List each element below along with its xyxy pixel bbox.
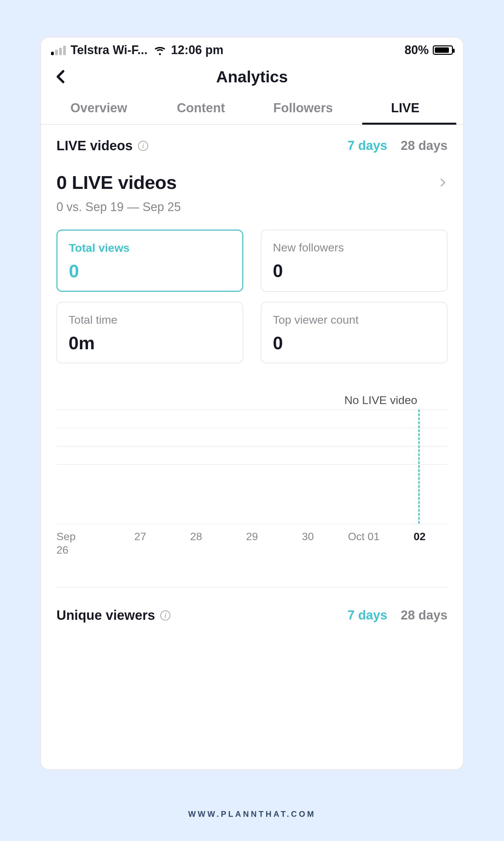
tab-followers[interactable]: Followers: [252, 93, 354, 124]
card-total-time[interactable]: Total time 0m: [56, 302, 243, 363]
live-headline-row[interactable]: 0 LIVE videos: [56, 172, 448, 193]
x-tick: Sep26: [56, 530, 112, 557]
tab-live[interactable]: LIVE: [354, 93, 456, 124]
back-button[interactable]: [53, 69, 69, 85]
info-icon[interactable]: i: [138, 141, 148, 151]
x-tick: Oct 01: [336, 530, 392, 557]
chart-wrap: No LIVE video Sep26 27 28 29 30 Oct 01 0…: [56, 394, 448, 557]
card-title: Top viewer count: [273, 313, 435, 326]
live-headline: 0 LIVE videos: [56, 172, 177, 193]
range-28days[interactable]: 28 days: [401, 608, 448, 623]
signal-bars-icon: [51, 45, 66, 55]
stat-cards: Total views 0 New followers 0 Total time…: [56, 230, 448, 363]
chart-empty-note: No LIVE video: [56, 394, 448, 407]
wifi-icon: [154, 44, 166, 56]
card-value: 0: [69, 261, 231, 281]
card-title: Total time: [69, 313, 231, 326]
page-title: Analytics: [216, 68, 288, 86]
battery-icon: [433, 46, 453, 55]
tab-overview[interactable]: Overview: [48, 93, 150, 124]
card-title: New followers: [273, 241, 435, 254]
card-title: Total views: [69, 241, 231, 254]
clock-label: 12:06 pm: [171, 43, 223, 57]
x-tick: 28: [168, 530, 224, 557]
card-value: 0: [273, 260, 435, 281]
chart-x-axis: Sep26 27 28 29 30 Oct 01 02: [56, 530, 448, 557]
chevron-right-icon: [437, 178, 448, 187]
card-new-followers[interactable]: New followers 0: [261, 230, 448, 292]
x-tick: 29: [224, 530, 280, 557]
live-section-title: LIVE videos: [56, 138, 133, 153]
chart-highlight-line: [418, 409, 420, 524]
section-divider: [56, 587, 448, 588]
card-total-views[interactable]: Total views 0: [56, 230, 243, 292]
info-icon[interactable]: i: [160, 610, 170, 621]
x-tick: 27: [112, 530, 168, 557]
live-section-header: LIVE videos i 7 days 28 days: [56, 138, 448, 153]
unique-section-title: Unique viewers: [56, 608, 155, 623]
range-7days[interactable]: 7 days: [347, 608, 387, 623]
carrier-label: Telstra Wi-F...: [71, 43, 147, 57]
content-area: LIVE videos i 7 days 28 days 0 LIVE vide…: [41, 125, 463, 623]
range-28days[interactable]: 28 days: [401, 139, 448, 153]
card-value: 0: [273, 333, 435, 353]
status-bar: Telstra Wi-F... 12:06 pm 80%: [41, 38, 463, 60]
card-top-viewer-count[interactable]: Top viewer count 0: [261, 302, 448, 363]
tabs: Overview Content Followers LIVE: [41, 93, 463, 125]
battery-pct-label: 80%: [404, 43, 429, 57]
unique-section-header: Unique viewers i 7 days 28 days: [56, 608, 448, 623]
phone-frame: Telstra Wi-F... 12:06 pm 80% Analytics O…: [40, 37, 464, 770]
live-compare-subline: 0 vs. Sep 19 — Sep 25: [56, 200, 448, 214]
range-7days[interactable]: 7 days: [347, 139, 387, 153]
tab-content[interactable]: Content: [150, 93, 252, 124]
x-tick: 30: [280, 530, 336, 557]
range-toggle-live: 7 days 28 days: [347, 139, 448, 153]
x-tick-selected: 02: [392, 530, 448, 557]
card-value: 0m: [69, 333, 231, 353]
footer-url: WWW.PLANNTHAT.COM: [0, 809, 504, 819]
nav-bar: Analytics: [41, 60, 463, 93]
range-toggle-unique: 7 days 28 days: [347, 608, 448, 623]
chart-canvas[interactable]: [56, 409, 448, 524]
